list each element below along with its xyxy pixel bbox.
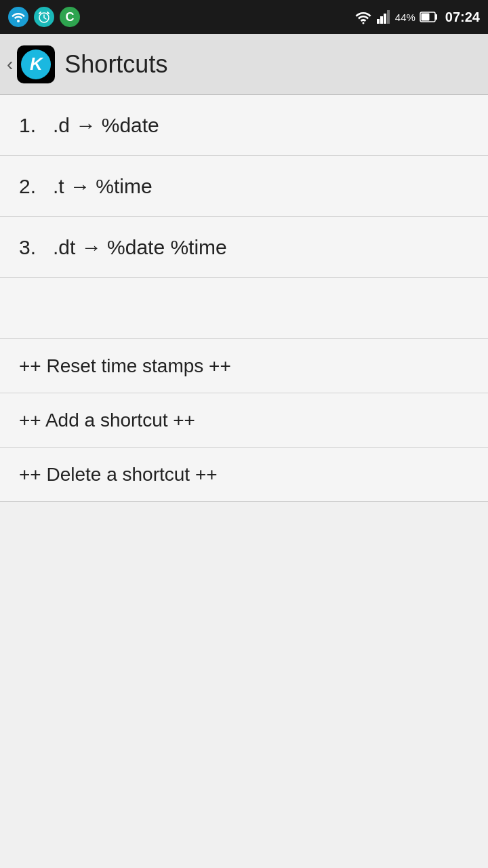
add-shortcut-button[interactable]: ++ Add a shortcut ++ <box>0 393 488 448</box>
shortcut-text-2: 2. .t → %time <box>19 175 152 198</box>
add-shortcut-label: ++ Add a shortcut ++ <box>19 410 195 431</box>
notification-icon-3: C <box>60 7 80 27</box>
svg-rect-9 <box>421 14 429 21</box>
shortcut-text-1: 1. .d → %date <box>19 114 159 137</box>
delete-shortcut-button[interactable]: ++ Delete a shortcut ++ <box>0 448 488 502</box>
shortcuts-list: 1. .d → %date 2. .t → %time 3. .dt → %da… <box>0 95 488 502</box>
svg-rect-6 <box>387 10 390 24</box>
shortcut-item-2[interactable]: 2. .t → %time <box>0 156 488 217</box>
delete-shortcut-label: ++ Delete a shortcut ++ <box>19 464 218 486</box>
notification-icon-2 <box>34 7 54 27</box>
shortcut-item-3[interactable]: 3. .dt → %date %time <box>0 217 488 278</box>
page-title: Shortcuts <box>64 50 167 79</box>
wifi-icon <box>354 9 372 24</box>
svg-rect-5 <box>384 14 386 24</box>
battery-percentage: 44% <box>395 12 415 23</box>
empty-row <box>0 278 488 339</box>
status-bar: C 44% 07:24 <box>0 0 488 34</box>
svg-rect-3 <box>377 19 380 24</box>
svg-rect-8 <box>435 14 437 20</box>
svg-point-2 <box>362 22 364 24</box>
status-bar-right: 44% 07:24 <box>354 9 480 25</box>
svg-point-0 <box>17 20 20 22</box>
battery-icon <box>420 11 439 23</box>
shortcut-text-3: 3. .dt → %date %time <box>19 236 227 259</box>
notification-icon-1 <box>8 7 28 27</box>
app-logo: K <box>17 45 55 83</box>
reset-timestamps-label: ++ Reset time stamps ++ <box>19 355 231 377</box>
shortcut-item-1[interactable]: 1. .d → %date <box>0 95 488 156</box>
app-bar: ‹ K Shortcuts <box>0 34 488 95</box>
back-button[interactable]: ‹ <box>7 54 13 75</box>
app-logo-letter: K <box>21 50 51 79</box>
reset-timestamps-button[interactable]: ++ Reset time stamps ++ <box>0 339 488 393</box>
signal-icon <box>376 9 391 24</box>
svg-rect-4 <box>380 16 383 24</box>
status-bar-left: C <box>8 7 80 27</box>
status-time: 07:24 <box>445 9 480 25</box>
